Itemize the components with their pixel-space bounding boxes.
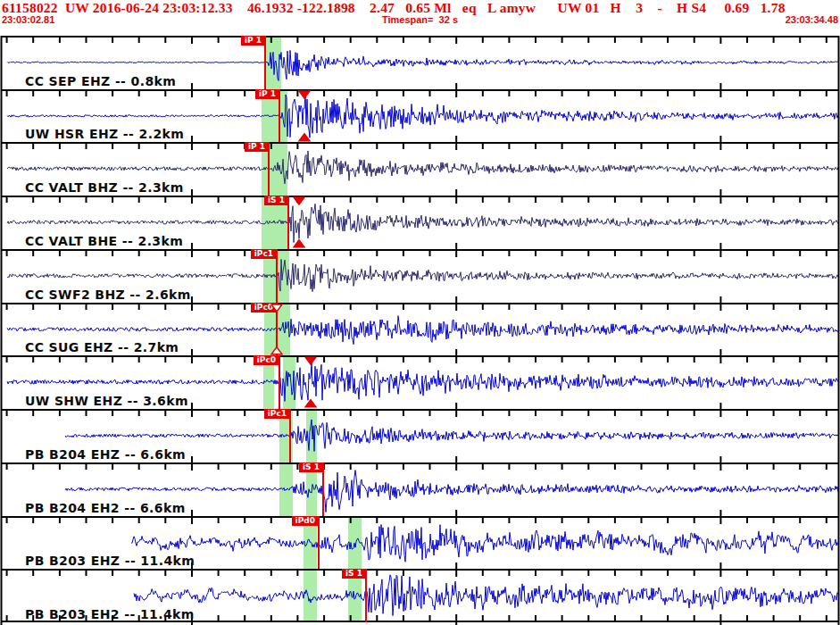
phase-pick-flag[interactable]: iP 1 [241, 36, 265, 46]
phase-pick-flag[interactable]: iS 1 [299, 462, 323, 472]
phase-pick-flag[interactable]: iPc1 [251, 249, 277, 259]
station-channel-label: CC VALT BHE -- 2.3km [25, 234, 183, 248]
station-channel-label: CC SWF2 BHZ -- 2.6km [25, 288, 191, 302]
station-channel-label: PB B203 EHZ -- 11.4km [25, 554, 195, 568]
station-channel-label: CC SUG EHZ -- 2.7km [25, 340, 179, 354]
waveform-viewer-window: 61158022 UW 2016-06-24 23:03:12.33 46.19… [0, 0, 840, 625]
trace-panel: iP 1CC SEP EHZ -- 0.8kmiP 1UW HSR EHZ --… [0, 36, 840, 625]
trace-row-9: iS 1PB B204 EH2 -- 6.6km [0, 462, 840, 516]
trace-row-6: iPc0CC SUG EHZ -- 2.7km [0, 303, 840, 356]
trace-row-1: iP 1CC SEP EHZ -- 0.8km [0, 36, 840, 89]
station-channel-label: PB B204 EH2 -- 6.6km [25, 501, 186, 515]
station-channel-label: CC VALT BHZ -- 2.3km [25, 180, 184, 195]
station-channel-label: UW HSR EHZ -- 2.2km [25, 127, 184, 141]
phase-pick-flag[interactable]: iPc1 [264, 409, 290, 419]
trace-row-11: iS 1PB B203 EH2 -- 11.4km [0, 569, 840, 622]
trace-row-4: iS 1CC VALT BHE -- 2.3km [0, 196, 840, 249]
trace-row-7: iPc0UW SHW EHZ -- 3.6km [0, 355, 840, 409]
phase-pick-flag[interactable]: iPd0 [292, 516, 319, 526]
station-channel-label: PB B204 EHZ -- 6.6km [25, 447, 186, 462]
time-axis-header: 23:03:02.81 Timespan= 32 s 23:03:34.48 [2, 14, 838, 26]
station-channel-label: PB B203 EH2 -- 11.4km [25, 607, 195, 621]
station-channel-label: UW SHW EHZ -- 3.6km [25, 394, 188, 408]
phase-pick-flag[interactable]: iS 1 [342, 569, 366, 579]
phase-pick-flag[interactable]: iP 1 [245, 142, 269, 152]
trace-row-10: iPd0PB B203 EHZ -- 11.4km [0, 516, 840, 570]
trace-row-2: iP 1UW HSR EHZ -- 2.2km [0, 89, 840, 143]
window-end-time: 23:03:34.48 [786, 14, 838, 25]
timespan-label: Timespan= 32 s [2, 14, 838, 25]
station-channel-label: CC SEP EHZ -- 0.8km [25, 74, 176, 88]
event-summary-line: 61158022 UW 2016-06-24 23:03:12.33 46.19… [2, 0, 840, 15]
trace-row-8: iPc1PB B204 EHZ -- 6.6km [0, 409, 840, 462]
trace-row-3: iP 1CC VALT BHZ -- 2.3km [0, 142, 840, 196]
trace-row-5: iPc1CC SWF2 BHZ -- 2.6km [0, 249, 840, 303]
